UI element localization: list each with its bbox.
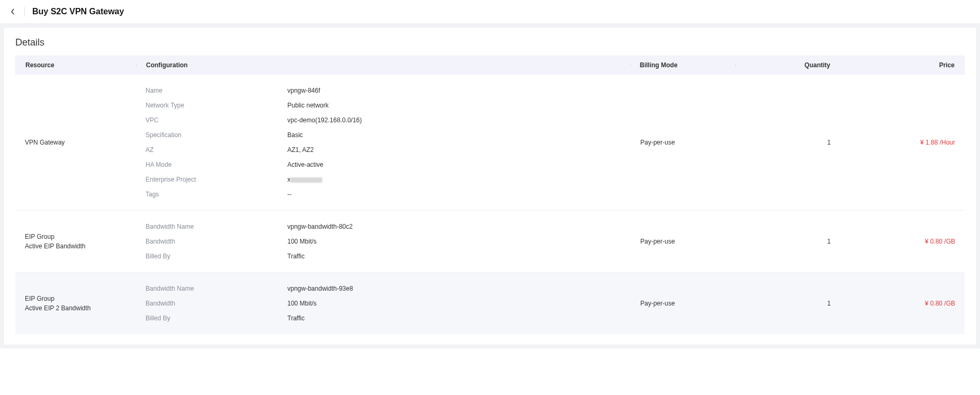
config-value: vpc-demo(192.168.0.0/16) — [287, 116, 362, 124]
cell-qty: 1 — [736, 219, 831, 264]
section-title: Details — [4, 35, 976, 56]
resource-line: Active EIP Bandwidth — [25, 241, 136, 251]
cell-resource: EIP GroupActive EIP 2 Bandwidth — [15, 281, 136, 326]
table-row: EIP GroupActive EIP BandwidthBandwidth N… — [15, 210, 965, 272]
table-row: VPN GatewayNamevpngw-846fNetwork TypePub… — [15, 75, 965, 210]
config-value: Traffic — [287, 253, 305, 260]
config-value: x — [287, 176, 322, 183]
page-title: Buy S2C VPN Gateway — [32, 7, 124, 16]
cell-billing: Pay-per-use — [631, 219, 736, 264]
price-text: ¥ 1.88 /Hour — [920, 139, 955, 146]
cell-config: Bandwidth Namevpngw-bandwidth-93e8Bandwi… — [136, 281, 631, 326]
config-value: Active-active — [287, 161, 323, 168]
config-row: Bandwidth100 Mbit/s — [146, 296, 631, 311]
config-row: SpecificationBasic — [146, 128, 631, 142]
col-header-billing: Billing Mode — [630, 61, 735, 69]
col-header-config: Configuration — [137, 61, 630, 69]
cell-config: Namevpngw-846fNetwork TypePublic network… — [136, 83, 631, 202]
config-value: 100 Mbit/s — [287, 238, 316, 245]
config-row: Bandwidth100 Mbit/s — [146, 234, 631, 249]
config-key: Network Type — [146, 102, 287, 109]
config-row: Billed ByTraffic — [146, 249, 631, 264]
config-value: vpngw-bandwidth-93e8 — [287, 285, 353, 292]
resource-line: VPN Gateway — [25, 138, 136, 147]
price-text: ¥ 0.80 /GB — [925, 300, 955, 307]
config-key: Tags — [146, 191, 287, 198]
config-value: vpngw-846f — [287, 87, 320, 94]
config-row: AZAZ1, AZ2 — [146, 142, 631, 157]
config-row: VPCvpc-demo(192.168.0.0/16) — [146, 113, 631, 128]
config-row: Network TypePublic network — [146, 98, 631, 113]
topbar-divider — [24, 7, 25, 16]
cell-billing: Pay-per-use — [631, 83, 736, 202]
config-row: Tags-- — [146, 187, 631, 202]
config-key: HA Mode — [146, 161, 287, 168]
cell-billing: Pay-per-use — [631, 281, 736, 326]
config-key: Bandwidth Name — [146, 285, 287, 292]
config-value: vpngw-bandwidth-80c2 — [287, 223, 352, 230]
config-key: Enterprise Project — [146, 176, 287, 183]
page-wrap: Details Resource Configuration Billing M… — [0, 24, 980, 348]
table-row: EIP GroupActive EIP 2 BandwidthBandwidth… — [15, 272, 965, 334]
resource-line: EIP Group — [25, 232, 136, 241]
config-key: Billed By — [146, 315, 287, 322]
config-key: Specification — [146, 131, 287, 139]
cell-resource: EIP GroupActive EIP Bandwidth — [15, 219, 136, 264]
config-value: -- — [287, 191, 292, 198]
redacted-block — [291, 177, 322, 183]
config-value: AZ1, AZ2 — [287, 146, 314, 154]
details-panel: Details Resource Configuration Billing M… — [3, 27, 977, 345]
config-key: Bandwidth Name — [146, 223, 287, 230]
config-value: Public network — [287, 102, 329, 109]
config-row: Billed ByTraffic — [146, 311, 631, 326]
config-row: Enterprise Projectx — [146, 172, 631, 187]
config-row: Bandwidth Namevpngw-bandwidth-80c2 — [146, 219, 631, 234]
config-key: Billed By — [146, 253, 287, 260]
config-row: HA ModeActive-active — [146, 157, 631, 172]
back-icon[interactable] — [8, 7, 17, 16]
config-key: Bandwidth — [146, 300, 287, 307]
config-value: Traffic — [287, 315, 305, 322]
topbar: Buy S2C VPN Gateway — [0, 0, 980, 24]
config-key: Bandwidth — [146, 238, 287, 245]
config-key: Name — [146, 87, 287, 94]
resource-line: EIP Group — [25, 294, 136, 303]
table-body: VPN GatewayNamevpngw-846fNetwork TypePub… — [4, 75, 976, 334]
config-row: Bandwidth Namevpngw-bandwidth-93e8 — [146, 281, 631, 296]
config-value: Basic — [287, 131, 303, 139]
config-key: AZ — [146, 146, 287, 154]
col-header-resource: Resource — [16, 61, 137, 69]
table-header: Resource Configuration Billing Mode Quan… — [15, 56, 965, 75]
config-row: Namevpngw-846f — [146, 83, 631, 98]
cell-price: ¥ 0.80 /GB — [831, 281, 965, 326]
cell-qty: 1 — [736, 281, 831, 326]
price-text: ¥ 0.80 /GB — [925, 238, 955, 245]
cell-price: ¥ 1.88 /Hour — [831, 83, 965, 202]
cell-price: ¥ 0.80 /GB — [831, 219, 965, 264]
config-value: 100 Mbit/s — [287, 300, 316, 307]
cell-config: Bandwidth Namevpngw-bandwidth-80c2Bandwi… — [136, 219, 631, 264]
config-key: VPC — [146, 116, 287, 124]
cell-resource: VPN Gateway — [15, 83, 136, 202]
col-header-qty: Quantity — [735, 61, 830, 69]
col-header-price: Price — [830, 61, 964, 69]
resource-line: Active EIP 2 Bandwidth — [25, 303, 136, 313]
cell-qty: 1 — [736, 83, 831, 202]
